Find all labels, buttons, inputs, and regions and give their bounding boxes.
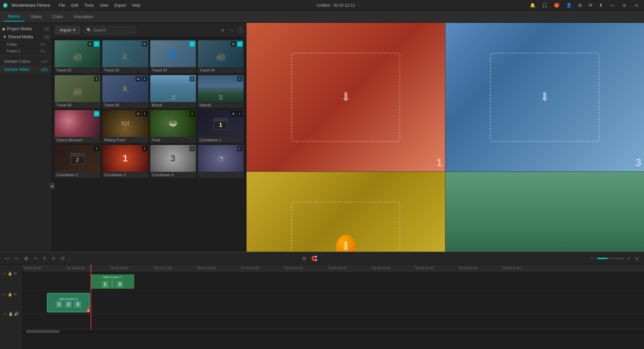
menu-help[interactable]: Help bbox=[129, 2, 143, 8]
ruler-mark-5: 00:00:20:00 bbox=[241, 264, 259, 272]
folder2-item[interactable]: Folder 2 (0) bbox=[0, 48, 52, 54]
clip-split7-header: Split Screen 7 bbox=[103, 276, 122, 279]
preview-cell-1[interactable]: ⬇ 1 bbox=[247, 23, 445, 172]
add-track-icon[interactable]: ⊞ bbox=[301, 255, 308, 262]
media-help-icon[interactable]: ? bbox=[237, 28, 243, 33]
split-icon[interactable]: ⊟ bbox=[59, 255, 66, 262]
media-item-travel04[interactable]: 🚵 ⊞ ✓ Travel 04 bbox=[198, 40, 244, 73]
track-audio-label: ♪ 1 🔒 🔊 bbox=[0, 306, 22, 321]
ruler-mark-9: 00:00:36:00 bbox=[415, 264, 434, 272]
media-label-islands: Islands bbox=[198, 102, 244, 108]
track-v2-lock[interactable]: 🔒 bbox=[8, 271, 12, 276]
tab-animation[interactable]: Animation bbox=[69, 12, 98, 21]
zoom-in-icon[interactable]: + bbox=[626, 255, 632, 262]
clip-split5-num1: 1 bbox=[56, 301, 62, 308]
track-audio-lock[interactable]: 🔒 bbox=[8, 312, 13, 316]
ruler-mark-0: 00:00:00:00 bbox=[23, 264, 41, 272]
media-label-cnt4: Countdown 4 bbox=[150, 172, 196, 178]
menu-export[interactable]: Export bbox=[112, 2, 129, 8]
tab-color[interactable]: Color bbox=[48, 12, 67, 21]
minimize-button[interactable]: ─ bbox=[608, 2, 617, 8]
shared-media-section[interactable]: ▼ Shared Media (0) bbox=[0, 33, 52, 41]
menu-edit[interactable]: Edit bbox=[69, 2, 81, 8]
track-v1-eye[interactable]: 👁 bbox=[13, 292, 17, 297]
reset-icon[interactable]: ↺ bbox=[50, 255, 57, 262]
timeline-scroll-thumb[interactable] bbox=[26, 330, 60, 333]
track-v1-lock[interactable]: 🔒 bbox=[8, 292, 12, 297]
thumb-travel03: 👤 bbox=[150, 40, 196, 67]
menu-view[interactable]: View bbox=[97, 2, 111, 8]
close-button[interactable]: ✕ bbox=[632, 3, 641, 8]
bike-icon-4: 🚵 bbox=[216, 52, 226, 62]
zoom-slider[interactable] bbox=[597, 258, 624, 259]
import-button[interactable]: Import ▼ bbox=[55, 26, 80, 34]
sample-video-item[interactable]: Sample Video (20) bbox=[0, 65, 52, 73]
thumb-overlay-plating: ⊞ ⬇ bbox=[136, 111, 147, 116]
view-options-icon[interactable]: ⋯ bbox=[227, 27, 235, 34]
redo-icon[interactable]: ↪ bbox=[13, 255, 20, 262]
track-v1: Split Screen 5 1 2 3 ✕ bbox=[23, 291, 644, 314]
media-item-cnt2[interactable]: 2 ⬇ Countdown 2 bbox=[55, 145, 100, 178]
ruler-mark-2: 00:00:08:00 bbox=[110, 264, 128, 272]
track-v2-eye[interactable]: 👁 bbox=[13, 271, 17, 276]
folder-item[interactable]: Folder (0) bbox=[0, 41, 52, 48]
notification-icon[interactable]: 🔔 bbox=[528, 2, 537, 8]
menu-file[interactable]: File bbox=[56, 2, 68, 8]
sample-colors-label: Sample Colors bbox=[4, 59, 31, 64]
media-item-travel01[interactable]: 🚵 ⊞ ✓ Travel 01 bbox=[55, 40, 100, 73]
search-box[interactable]: 🔍 Search bbox=[83, 27, 137, 34]
media-item-cnt3[interactable]: 1 ⬇ Countdown 3 bbox=[102, 145, 148, 178]
download-icon[interactable]: ⬇ bbox=[597, 2, 604, 8]
clip-x-button[interactable]: ✕ bbox=[85, 308, 90, 312]
menu-tools[interactable]: Tools bbox=[82, 2, 96, 8]
media-item-cnt4[interactable]: 3 ⬇ Countdown 4 bbox=[150, 145, 196, 178]
dl-badge-6: ⬇ bbox=[142, 76, 147, 82]
copy-icon[interactable]: ⎘ bbox=[42, 255, 48, 262]
media-label-plating: Plating Food bbox=[102, 137, 148, 143]
track-v1-icons: 🔒 👁 bbox=[8, 292, 17, 297]
cut-icon[interactable]: ✂ bbox=[32, 255, 40, 262]
delete-icon[interactable]: 🗑 bbox=[22, 255, 30, 262]
user-icon[interactable]: 👤 bbox=[565, 2, 573, 8]
undo-icon[interactable]: ↩ bbox=[3, 255, 11, 262]
gift-icon[interactable]: 🎁 bbox=[552, 2, 561, 8]
media-item-travel06[interactable]: 🚴 ⊞ ⬇ Travel 06 bbox=[102, 75, 148, 108]
check-badge: ✓ bbox=[94, 41, 99, 47]
mail-icon[interactable]: ✉ bbox=[587, 2, 594, 8]
timeline-scrollbar[interactable] bbox=[23, 330, 644, 333]
zoom-out-icon[interactable]: − bbox=[589, 254, 595, 262]
drop-zone-1: ⬇ bbox=[291, 53, 400, 142]
grid-icon[interactable]: ⊞ bbox=[577, 2, 584, 8]
collapse-panel-button[interactable]: ◀ bbox=[50, 183, 54, 190]
media-item-travel05[interactable]: 🚵 ⬇ Travel 05 bbox=[55, 75, 100, 108]
media-item-food[interactable]: 🥗 ⬇ Food bbox=[150, 110, 196, 143]
media-thumb-travel06: 🚴 ⊞ ⬇ bbox=[102, 75, 148, 102]
project-media-section[interactable]: ▶ Project Media (0) bbox=[0, 25, 52, 33]
media-item-travel03[interactable]: 👤 ✓ Travel 03 bbox=[150, 40, 196, 73]
headphones-icon[interactable]: 🎧 bbox=[540, 2, 549, 8]
drop-arrow-2: ⬇ bbox=[540, 90, 550, 104]
clip-split-screen-7[interactable]: Split Screen 7 1 3 bbox=[91, 275, 134, 289]
grid-badge-4: ⊞ bbox=[231, 41, 236, 47]
restore-button[interactable]: ⧉ bbox=[620, 3, 629, 8]
media-item-travel02[interactable]: 🚴 ⊞ Travel 02 bbox=[102, 40, 148, 73]
sample-colors-item[interactable]: Sample Colors (15) bbox=[0, 57, 52, 65]
media-item-cherry[interactable]: ✓ Cherry Blossom bbox=[55, 110, 100, 143]
thumb-travel05: 🚵 bbox=[55, 75, 100, 102]
magnetic-icon[interactable]: 🧲 bbox=[310, 255, 319, 262]
tab-media[interactable]: Media bbox=[3, 12, 24, 21]
clip-split-screen-5[interactable]: Split Screen 5 1 2 3 ✕ bbox=[47, 293, 90, 312]
sample-colors-count: (15) bbox=[41, 59, 48, 63]
media-label-cnt5 bbox=[198, 172, 244, 174]
media-item-countdown[interactable]: 1 ⊞ ⬇ Countdown 1 bbox=[198, 110, 244, 143]
thumb-overlay-countdown: ⊞ ⬇ bbox=[231, 111, 243, 116]
media-item-islands[interactable]: 🏝 ⬇ Islands bbox=[198, 75, 244, 108]
filter-icon[interactable]: ≡ bbox=[220, 27, 225, 34]
media-item-plating[interactable]: 🍽 ⊞ ⬇ Plating Food bbox=[102, 110, 148, 143]
preview-cell-2[interactable]: ⬇ 3 bbox=[445, 23, 644, 172]
media-item-cnt5[interactable]: ◔ ⬇ bbox=[198, 145, 244, 178]
tab-video[interactable]: Video bbox=[26, 12, 46, 21]
media-item-beach[interactable]: 🏖 ⬇ Beach bbox=[150, 75, 196, 108]
track-audio-volume[interactable]: 🔊 bbox=[14, 312, 19, 316]
fit-icon[interactable]: ⊙ bbox=[633, 255, 641, 262]
